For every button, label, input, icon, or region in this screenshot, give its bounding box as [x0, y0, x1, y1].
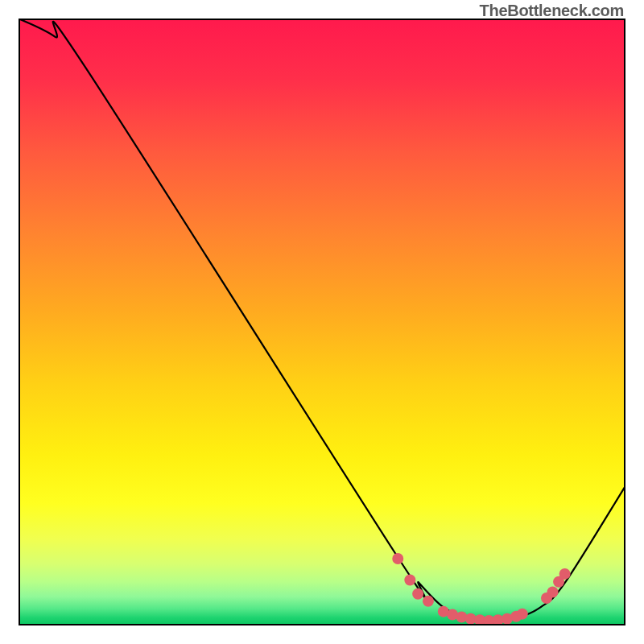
plot-area: [19, 19, 625, 625]
curve-marker: [412, 588, 423, 600]
attribution-text: TheBottleneck.com: [480, 2, 624, 20]
curve-marker: [423, 596, 434, 607]
curve-markers: [392, 553, 570, 625]
bottleneck-curve: [19, 19, 625, 621]
curve-marker: [517, 609, 528, 620]
curve-layer: [19, 19, 625, 625]
curve-marker: [404, 574, 415, 585]
curve-marker: [559, 568, 571, 580]
curve-marker: [392, 553, 403, 564]
bottleneck-chart: TheBottleneck.com: [0, 0, 644, 644]
curve-marker: [547, 587, 559, 598]
